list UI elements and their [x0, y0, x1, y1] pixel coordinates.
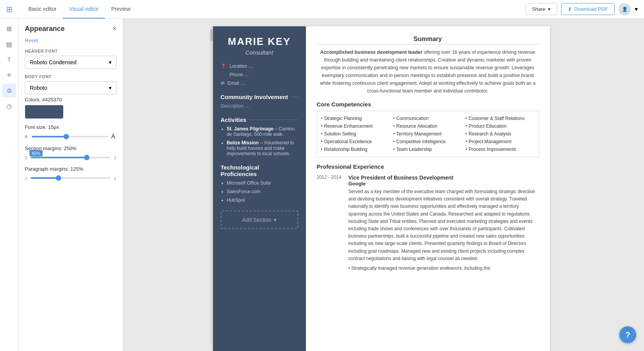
competency-item: • Research & Analysis — [465, 130, 535, 137]
location-icon: 📍 — [221, 63, 227, 69]
summary-text: Accomplished business development leader… — [317, 48, 539, 95]
colors-row: Colors: #425370 — [25, 97, 117, 103]
font-large-label: A — [111, 133, 117, 140]
para-margin-icon: ↕ — [25, 175, 27, 181]
competency-item: • Strategic Planning — [321, 115, 390, 122]
exp-bullet: • Strategically managed revenue generati… — [349, 265, 539, 272]
competency-item: • Competitive Intelligence — [393, 138, 462, 145]
nav-right: Share ▾ ⬇ Download PDF 👤 ▾ — [526, 3, 638, 15]
margin-vertical-icon2: ↕ — [114, 154, 117, 161]
competency-item: • Communication — [393, 115, 462, 122]
avatar[interactable]: 👤 — [618, 3, 631, 15]
sidebar-text-icon[interactable]: T — [2, 53, 16, 67]
list-item: St. James Pilgrimage – Camino de Santiag… — [227, 126, 298, 137]
exp-job-title: Vice President of Business Development — [349, 175, 539, 181]
section-margin-slider[interactable] — [31, 157, 111, 158]
scroll-bar-left[interactable] — [210, 26, 213, 343]
competency-item: • Team Leadership — [393, 146, 462, 153]
exp-company: Google — [349, 181, 539, 187]
colors-label: Colors: #425370 — [25, 97, 62, 103]
exp-date: 2012 - 2014 — [317, 175, 344, 272]
nav-tabs: Basic editor Visual editor Preview — [22, 0, 137, 19]
sidebar-gear-icon[interactable]: ⚙ — [2, 84, 16, 98]
competency-item: • Customer & Staff Relations — [465, 115, 535, 122]
community-description: Description … — [221, 103, 298, 109]
tab-visual-editor[interactable]: Visual editor — [63, 0, 105, 19]
tech-proficiencies-title: Technological Proficiencies — [221, 164, 298, 177]
list-item: Belize Mission – Volunteered to help bui… — [227, 140, 298, 156]
canvas-area: MARIE KEY Consultant 📍 Location … 📞 Phon… — [123, 19, 644, 351]
sidebar-grid-icon[interactable]: ⊞ — [2, 22, 16, 36]
community-involvement-title: Community Involvement — [221, 94, 298, 100]
top-nav: ⊞ Basic editor Visual editor Preview Sha… — [0, 0, 644, 19]
paragraph-margin-slider[interactable] — [31, 177, 111, 179]
list-item: Microsoft Office Suite — [227, 180, 298, 186]
professional-experience-title: Professional Experience — [317, 163, 539, 170]
paragraph-margins-label: Paragraph margins: 125% — [25, 166, 117, 172]
experience-entry: 2012 - 2014 Vice President of Business D… — [317, 175, 539, 272]
activities-list: St. James Pilgrimage – Camino de Santiag… — [221, 126, 298, 156]
sidebar-lines-icon[interactable]: ≡ — [2, 68, 16, 82]
avatar-chevron: ▾ — [635, 5, 638, 13]
add-section-button[interactable]: Add Section ▾ — [221, 211, 298, 229]
list-item: HubSpot — [227, 197, 298, 203]
activities-title: Activities — [221, 116, 298, 123]
help-button[interactable]: ? — [619, 326, 636, 343]
font-size-slider-row: A A — [25, 133, 117, 140]
header-font-dropdown[interactable]: Roboto Condensed ▾ — [25, 56, 117, 69]
competencies-grid: • Strategic Planning • Communication • C… — [317, 111, 539, 157]
icon-sidebar: ⊞ ▤ T ≡ ⚙ ◷ — [0, 19, 19, 351]
competency-item: • Revenue Enhancement — [321, 123, 390, 130]
body-font-label: BODY FONT — [25, 74, 117, 79]
color-swatch[interactable] — [25, 105, 64, 119]
margin-vertical-icon: ↕ — [25, 154, 27, 161]
core-competencies-title: Core Competencies — [317, 101, 539, 108]
competency-item: • Territory Management — [393, 130, 462, 137]
list-item: SalesForce.com — [227, 189, 298, 194]
font-size-label: Font size: 15px — [25, 124, 117, 130]
paragraph-margin-slider-row: ↕ ↕ — [25, 175, 117, 181]
sidebar-clock-icon[interactable]: ◷ — [2, 99, 16, 113]
competency-item: • Product Education — [465, 123, 535, 130]
competency-item: • Relationship Building — [321, 146, 390, 153]
resume-title: Consultant — [221, 49, 298, 56]
competency-item: • Resource Allocation — [393, 123, 462, 130]
exp-description: Served as a key member of the executive … — [349, 188, 539, 262]
font-size-slider[interactable] — [32, 136, 108, 137]
competency-item: • Process Improvements — [465, 146, 535, 153]
appearance-panel: 65% Appearance × Reset HEADER FONT Robot… — [19, 19, 123, 351]
app-logo: ⊞ — [6, 5, 13, 14]
resume-right-column: Summary Accomplished business developmen… — [306, 26, 550, 351]
competency-item: • Operational Excellence — [321, 138, 390, 145]
download-pdf-button[interactable]: ⬇ Download PDF — [561, 3, 615, 15]
zoom-badge: 65% — [29, 150, 43, 156]
tab-preview[interactable]: Preview — [105, 0, 137, 19]
competency-item: • Solution Selling — [321, 130, 390, 137]
resume-page: MARIE KEY Consultant 📍 Location … 📞 Phon… — [213, 26, 550, 351]
competency-item: • Project Management — [465, 138, 535, 145]
phone-icon: 📞 — [221, 72, 227, 77]
resume-left-column: MARIE KEY Consultant 📍 Location … 📞 Phon… — [213, 26, 306, 351]
contact-phone: 📞 Phone … — [221, 72, 298, 77]
summary-title: Summary — [317, 36, 539, 45]
tab-basic-editor[interactable]: Basic editor — [22, 0, 63, 19]
reset-link[interactable]: Reset — [25, 38, 117, 43]
panel-title: Appearance — [25, 25, 65, 33]
header-font-label: HEADER FONT — [25, 49, 117, 53]
contact-location: 📍 Location … — [221, 63, 298, 69]
contact-email: ✉ Email … — [221, 80, 298, 86]
sidebar-layout-icon[interactable]: ▤ — [2, 37, 16, 51]
email-icon: ✉ — [221, 80, 225, 86]
exp-details: Vice President of Business Development G… — [349, 175, 539, 272]
font-small-label: A — [25, 134, 29, 139]
resume-name: MARIE KEY — [221, 36, 298, 48]
tech-list: Microsoft Office Suite SalesForce.com Hu… — [221, 180, 298, 203]
main-layout: ⊞ ▤ T ≡ ⚙ ◷ 65% Appearance × Reset HEADE… — [0, 19, 644, 351]
close-button[interactable]: × — [112, 25, 117, 33]
body-font-dropdown[interactable]: Roboto ▾ — [25, 81, 117, 94]
para-margin-icon2: ↕ — [114, 175, 117, 181]
share-button[interactable]: Share ▾ — [526, 3, 557, 15]
panel-header: Appearance × — [25, 25, 117, 33]
